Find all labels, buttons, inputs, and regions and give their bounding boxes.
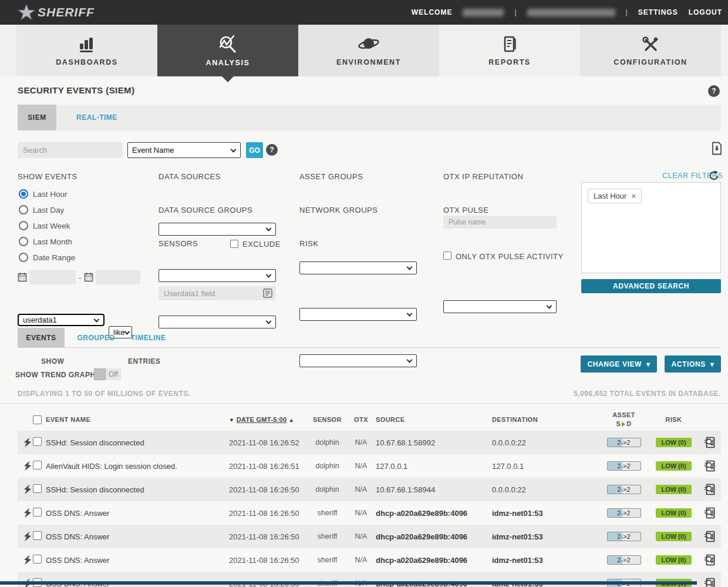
row-checkbox[interactable]: [33, 555, 42, 563]
tab-events[interactable]: EVENTS: [18, 328, 65, 348]
tab-grouped[interactable]: GROUPED: [74, 328, 118, 348]
event-name-link[interactable]: SSHd: Session disconnected: [46, 485, 229, 494]
only-otx-checkbox[interactable]: [443, 251, 451, 260]
bolt-icon[interactable]: [23, 461, 31, 471]
pulse-name-input[interactable]: Pulse name: [443, 216, 557, 229]
close-icon[interactable]: ×: [631, 192, 636, 200]
risk-badge[interactable]: LOW (0): [656, 461, 691, 471]
col-date[interactable]: ▼ DATE GMT-5:00 ▲: [229, 416, 308, 423]
calendar-icon[interactable]: [84, 272, 93, 282]
asset-groups-select[interactable]: [299, 261, 417, 274]
radio-last-day[interactable]: Last Day: [19, 205, 64, 214]
event-source-link[interactable]: 127.0.0.1: [376, 462, 492, 471]
bolt-icon[interactable]: [23, 484, 31, 495]
radio-last-week[interactable]: Last Week: [19, 221, 70, 230]
data-source-groups-select[interactable]: [159, 269, 276, 282]
sensors-select[interactable]: [159, 316, 276, 328]
nav-tab-analysis[interactable]: ANALYSIS: [157, 25, 298, 76]
trend-graph-toggle[interactable]: Off: [94, 368, 121, 380]
event-destination-link[interactable]: 127.0.0.1: [492, 462, 599, 471]
event-source-link[interactable]: 10.67.68.1:58992: [376, 438, 492, 447]
asset-badge[interactable]: 2->2: [607, 508, 641, 518]
risk-badge[interactable]: LOW (0): [656, 532, 691, 541]
row-checkbox[interactable]: [33, 508, 42, 516]
refresh-icon[interactable]: [708, 170, 720, 182]
event-destination-link[interactable]: idmz-net01:53: [492, 509, 599, 518]
view-details-icon[interactable]: [704, 484, 716, 495]
settings-link[interactable]: SETTINGS: [638, 8, 678, 16]
column-menu-icon[interactable]: ▼: [229, 417, 234, 423]
event-destination-link[interactable]: 0.0.0.0:22: [492, 485, 599, 494]
nav-tab-configuration[interactable]: CONFIGURATION: [580, 25, 721, 76]
row-checkbox[interactable]: [33, 531, 42, 540]
view-details-icon[interactable]: [704, 531, 716, 542]
radio-date-range[interactable]: Date Range: [19, 253, 75, 262]
tab-siem[interactable]: SIEM: [18, 105, 56, 130]
risk-badge[interactable]: LOW (0): [656, 438, 691, 447]
risk-select[interactable]: [299, 354, 417, 367]
asset-badge[interactable]: 2->2: [607, 438, 641, 447]
bolt-icon[interactable]: [23, 531, 31, 542]
event-name-link[interactable]: AlienVault HIDS: Login session closed.: [46, 462, 229, 471]
change-view-button[interactable]: CHANGE VIEW ▾: [581, 355, 657, 373]
row-checkbox[interactable]: [33, 461, 42, 469]
risk-badge[interactable]: LOW (0): [656, 555, 691, 565]
asset-badge[interactable]: 2->2: [607, 461, 641, 471]
userdata-field-select[interactable]: userdata1: [18, 314, 105, 326]
radio-last-hour[interactable]: Last Hour: [19, 189, 68, 199]
data-sources-select[interactable]: [159, 223, 276, 236]
event-source-link[interactable]: 10.67.68.1:58944: [376, 485, 492, 494]
bolt-icon[interactable]: [23, 555, 31, 565]
bolt-icon[interactable]: [23, 508, 31, 518]
tab-real-time[interactable]: REAL-TIME: [68, 105, 126, 130]
row-checkbox[interactable]: [33, 437, 42, 446]
calendar-icon[interactable]: [18, 272, 27, 282]
select-all-checkbox[interactable]: [33, 415, 42, 424]
event-source-link[interactable]: dhcp-a020a629e89b:4096: [376, 556, 492, 565]
asset-badge[interactable]: 2->2: [607, 532, 641, 541]
otx-ip-reputation-select[interactable]: [443, 300, 557, 313]
nav-tab-reports[interactable]: REPORTS: [439, 25, 580, 76]
event-name-link[interactable]: OSS DNS: Answer: [46, 532, 229, 541]
asset-badge[interactable]: 2->2: [607, 485, 641, 494]
view-details-icon[interactable]: [704, 437, 716, 448]
date-from-input[interactable]: [29, 270, 76, 284]
view-details-icon[interactable]: [704, 507, 716, 519]
event-destination-link[interactable]: idmz-net01:53: [492, 556, 599, 565]
nav-tab-dashboards[interactable]: DASHBOARDS: [16, 25, 157, 76]
risk-badge[interactable]: LOW (0): [656, 485, 691, 494]
search-help-icon[interactable]: ?: [266, 144, 278, 156]
view-details-icon[interactable]: [704, 554, 716, 566]
bolt-icon[interactable]: [23, 437, 31, 448]
row-checkbox[interactable]: [33, 484, 42, 493]
network-groups-select[interactable]: [299, 308, 417, 321]
event-name-link[interactable]: OSS DNS: Answer: [46, 556, 229, 565]
radio-last-month[interactable]: Last Month: [19, 237, 72, 246]
event-destination-link[interactable]: 0.0.0.0:22: [492, 438, 599, 447]
export-download-icon[interactable]: [711, 142, 723, 155]
logout-link[interactable]: LOGOUT: [689, 8, 722, 16]
go-button[interactable]: GO: [246, 142, 263, 158]
bottom-scroll-bar[interactable]: [0, 581, 697, 585]
tab-timeline[interactable]: TIMELINE: [126, 328, 170, 348]
exclude-checkbox[interactable]: [230, 240, 238, 248]
nav-tab-environment[interactable]: ENVIRONMENT: [298, 25, 439, 76]
advanced-search-button[interactable]: ADVANCED SEARCH: [581, 279, 721, 293]
asset-badge[interactable]: 2->2: [607, 555, 641, 565]
event-destination-link[interactable]: idmz-net01:53: [492, 532, 599, 541]
view-details-icon[interactable]: [704, 460, 716, 472]
brand-logo[interactable]: SHERIFF: [16, 3, 95, 22]
view-details-icon[interactable]: [704, 578, 716, 587]
browse-tree-icon[interactable]: [263, 289, 272, 298]
date-to-input[interactable]: [96, 270, 140, 284]
search-input[interactable]: Search: [18, 142, 122, 158]
userdata1-input[interactable]: Userdata1 field: [159, 286, 276, 300]
event-name-link[interactable]: SSHd: Session disconnected: [46, 438, 229, 447]
risk-badge[interactable]: LOW (0): [656, 508, 691, 518]
event-source-link[interactable]: dhcp-a020a629e89b:4096: [376, 509, 492, 518]
search-field-select[interactable]: Event Name: [127, 142, 241, 158]
actions-button[interactable]: ACTIONS ▾: [665, 355, 721, 373]
page-help-icon[interactable]: ?: [708, 85, 720, 97]
event-source-link[interactable]: dhcp-a020a629e89b:4096: [376, 532, 492, 541]
event-name-link[interactable]: OSS DNS: Answer: [46, 509, 229, 518]
